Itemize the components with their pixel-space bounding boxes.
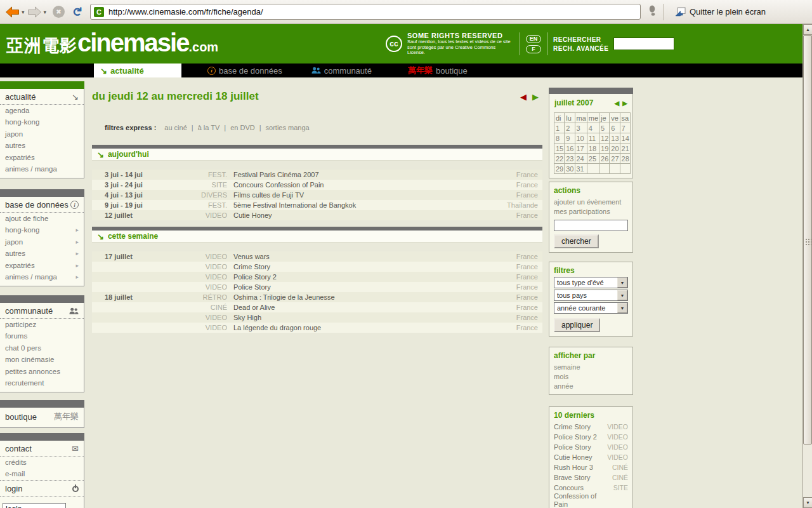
calendar-day[interactable]: 24 (575, 154, 587, 164)
url-text[interactable]: http://www.cinemasie.com/fr/fiche/agenda… (108, 7, 263, 17)
filter-au-cine-link[interactable]: au ciné (164, 124, 187, 131)
recent-title-link[interactable]: Brave Story (554, 474, 608, 482)
calendar-day[interactable]: 7 (620, 123, 630, 133)
country-select[interactable]: tous pays ▼ (554, 290, 628, 301)
event-title-link[interactable]: Concours Confession of Pain (227, 181, 485, 189)
calendar-day[interactable]: 22 (554, 154, 565, 164)
url-bar[interactable]: C http://www.cinemasie.com/fr/fiche/agen… (90, 4, 641, 20)
calendar-day[interactable]: 31 (575, 164, 587, 174)
calendar-day[interactable]: 16 (565, 144, 575, 154)
event-title-link[interactable]: Venus wars (227, 253, 485, 260)
site-logo[interactable]: 亞洲電影cinemasie.com (6, 30, 218, 57)
sidebar-base-header[interactable]: base de données i (0, 197, 84, 213)
calendar-day[interactable]: 30 (565, 164, 575, 174)
recent-title-link[interactable]: Rush Hour 3 (554, 464, 608, 472)
back-button[interactable] (5, 6, 20, 18)
footprint-icon[interactable] (648, 5, 657, 18)
calendar-day[interactable]: 29 (554, 164, 565, 174)
calendar-day[interactable]: 20 (610, 144, 620, 154)
calendar-day[interactable]: 21 (620, 144, 630, 154)
recent-title-link[interactable]: Cutie Honey (554, 453, 607, 462)
tab-actualite[interactable]: ↘ actualité (94, 64, 181, 77)
calendar-prev-arrow-icon[interactable]: ◀ (615, 100, 620, 107)
event-title-link[interactable]: Sky High (227, 314, 485, 321)
display-week-link[interactable]: semaine (554, 362, 628, 371)
sidebar-item-db-autres[interactable]: autres▸ (0, 248, 84, 260)
sidebar-item-mon-cinemasie[interactable]: mon cinémasie (0, 354, 84, 366)
calendar-day[interactable]: 14 (620, 133, 630, 144)
calendar-day[interactable] (610, 164, 620, 174)
forward-button[interactable] (27, 6, 42, 18)
scrollbar-thumb[interactable] (803, 35, 812, 444)
event-title-link[interactable]: Films cultes de Fuji TV (227, 191, 485, 199)
chercher-button[interactable]: chercher (554, 234, 599, 248)
forward-dropdown-caret-icon[interactable]: ▾ (44, 9, 47, 15)
scroll-down-button[interactable]: ▼ (803, 497, 812, 508)
calendar-day[interactable]: 10 (575, 133, 587, 144)
calendar-day[interactable]: 15 (554, 144, 565, 154)
creative-commons-icon[interactable]: cc (386, 36, 402, 52)
calendar-day[interactable]: 9 (565, 133, 575, 144)
sidebar-item-japon[interactable]: japon (0, 128, 84, 140)
filter-a-la-tv-link[interactable]: à la TV (198, 124, 220, 131)
sidebar-item-participez[interactable]: participez (0, 319, 84, 331)
tab-base-de-donnees[interactable]: i base de données (207, 64, 282, 77)
calendar-day[interactable]: 5 (599, 123, 610, 133)
stop-button[interactable]: ✖ (53, 6, 65, 18)
calendar-next-arrow-icon[interactable]: ▶ (622, 100, 627, 107)
calendar-day[interactable]: 6 (610, 123, 620, 133)
calendar-day[interactable]: 3 (575, 123, 587, 133)
event-title-link[interactable]: 5ème Festival International de Bangkok (227, 201, 485, 209)
sidebar-item-petites-annonces[interactable]: petites annonces (0, 366, 84, 378)
recent-title-link[interactable]: Concours Confession of Pain (554, 484, 608, 508)
calendar-day[interactable] (587, 164, 599, 174)
calendar-day[interactable]: 12 (599, 133, 610, 144)
event-title-link[interactable]: Police Story 2 (227, 273, 485, 281)
calendar-day[interactable]: 8 (554, 133, 565, 144)
previous-period-arrow-icon[interactable]: ◀ (520, 92, 527, 102)
recherche-avancee-link[interactable]: RECH. AVANCÉE (553, 45, 608, 52)
calendar-day[interactable]: 26 (599, 154, 610, 164)
display-month-link[interactable]: mois (554, 371, 628, 381)
back-dropdown-caret-icon[interactable]: ▾ (22, 9, 25, 15)
calendar-day[interactable]: 17 (575, 144, 587, 154)
actions-search-input[interactable] (554, 220, 628, 231)
sidebar-communaute-header[interactable]: communauté (0, 303, 84, 319)
sidebar-item-animes-manga[interactable]: animes / manga (0, 164, 84, 176)
filter-sorties-manga-link[interactable]: sorties manga (266, 124, 310, 131)
sidebar-item-hong-kong[interactable]: hong-kong (0, 117, 84, 129)
recent-title-link[interactable]: Police Story 2 (554, 433, 607, 441)
appliquer-button[interactable]: appliquer (554, 318, 600, 332)
calendar-day[interactable] (599, 164, 610, 174)
sidebar-contact-header[interactable]: contact ✉ (0, 441, 84, 457)
reload-button[interactable]: ↻ (70, 7, 85, 17)
sidebar-item-ajout-de-fiche[interactable]: ajout de fiche (0, 213, 84, 225)
event-title-link[interactable]: Oshima : Trilogie de la Jeunesse (227, 293, 485, 301)
exit-fullscreen-button[interactable]: Quitter le plein écran (670, 5, 771, 18)
filter-en-dvd-link[interactable]: en DVD (230, 124, 255, 131)
calendar-day[interactable]: 23 (565, 154, 575, 164)
lang-en-button[interactable]: EN (526, 35, 541, 43)
display-year-link[interactable]: année (554, 381, 628, 391)
tab-communaute[interactable]: communauté (311, 64, 372, 77)
sidebar-item-chat[interactable]: chat 0 pers (0, 342, 84, 354)
lang-fr-button[interactable]: F (526, 45, 541, 53)
event-title-link[interactable]: Cutie Honey (227, 211, 485, 219)
sidebar-item-recrutement[interactable]: recrutement (0, 378, 84, 390)
calendar-day[interactable] (620, 164, 630, 174)
year-select[interactable]: année courante ▼ (554, 302, 628, 314)
sidebar-item-db-animes-manga[interactable]: animes / manga▸ (0, 272, 84, 284)
next-period-arrow-icon[interactable]: ▶ (532, 92, 539, 102)
recent-title-link[interactable]: Police Story (554, 443, 607, 451)
sidebar-item-db-japon[interactable]: japon▸ (0, 236, 84, 248)
calendar-day[interactable]: 28 (620, 154, 630, 164)
sidebar-item-agenda[interactable]: agenda (0, 105, 84, 117)
scroll-up-button[interactable]: ▲ (803, 24, 812, 35)
header-search-input[interactable] (613, 37, 674, 50)
calendar-day[interactable]: 11 (587, 133, 599, 144)
calendar-day[interactable]: 4 (587, 123, 599, 133)
event-title-link[interactable]: La légende du dragon rouge (227, 324, 485, 331)
sidebar-item-expatries[interactable]: expatriés (0, 152, 84, 164)
event-title-link[interactable]: Dead or Alive (227, 304, 485, 311)
sidebar-item-autres[interactable]: autres (0, 140, 84, 152)
